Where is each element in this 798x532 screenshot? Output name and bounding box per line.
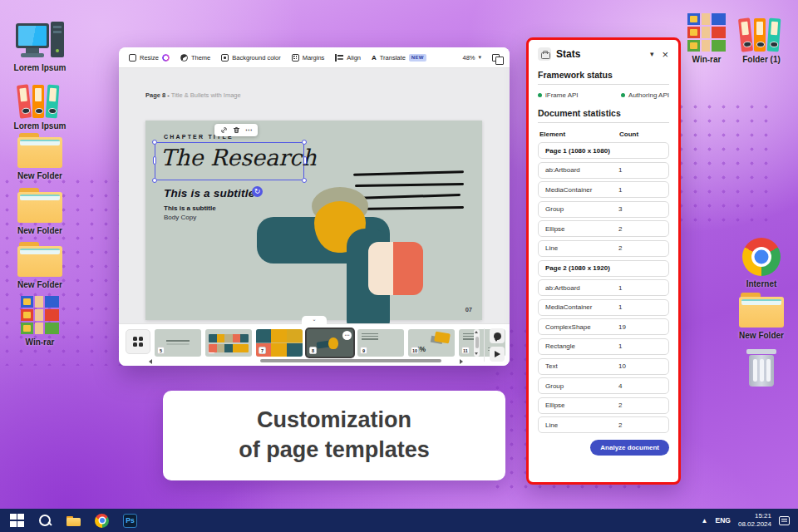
table-row: Group4 <box>538 377 669 394</box>
iframe-api-status: iFrame API <box>538 91 579 99</box>
background-color-button[interactable]: Background color <box>221 54 280 62</box>
selection-handle[interactable] <box>152 178 157 183</box>
table-row: Ellipse2 <box>538 397 669 414</box>
editor-window: Resize Theme Background color Margins Al… <box>119 47 510 366</box>
scroll-right-icon[interactable] <box>460 359 463 364</box>
horizontal-scrollbar[interactable] <box>260 359 441 362</box>
file-explorer-icon[interactable] <box>66 514 81 528</box>
link-icon[interactable] <box>220 126 228 134</box>
align-button[interactable]: Align <box>335 54 361 62</box>
more-options-icon[interactable]: ⋯ <box>245 129 252 132</box>
grid-view-button[interactable] <box>126 329 150 354</box>
resize-icon <box>129 54 136 62</box>
scroll-left-icon[interactable] <box>149 359 152 364</box>
table-row: ComplexShape19 <box>538 318 669 335</box>
taskbar-search-icon[interactable] <box>38 514 52 528</box>
subtitle-text[interactable]: This is a subtitle <box>164 187 254 200</box>
split-card-shape[interactable] <box>368 242 423 295</box>
thumbnail-page-8-selected[interactable]: ⋯ 8 <box>307 329 353 357</box>
comments-button[interactable] <box>490 328 505 343</box>
thumbnail-page-6[interactable]: 6 <box>205 329 252 357</box>
rotate-icon[interactable]: ↻ <box>252 186 263 197</box>
date-label: 08.02.2024 <box>738 520 771 528</box>
trash-icon[interactable] <box>233 126 240 134</box>
resize-button[interactable]: Resize <box>129 54 170 62</box>
framework-status-heading: Framework status <box>538 70 669 80</box>
desktop-icon-new-folder[interactable]: New Folder <box>5 133 75 180</box>
start-button[interactable] <box>10 514 24 528</box>
slide-line-shape[interactable] <box>353 170 464 176</box>
slide[interactable]: CHAPTER TITLE The Research ⋯ This is a s… <box>145 121 482 320</box>
selection-handle[interactable] <box>302 140 307 145</box>
table-row: Line2 <box>538 416 669 433</box>
document-statistics-heading: Document statistics <box>538 108 669 118</box>
analyze-document-button[interactable]: Analyze document <box>590 440 669 456</box>
photoshop-icon[interactable]: Ps <box>123 514 137 528</box>
slide-page-number: 07 <box>466 306 472 313</box>
pages-view-button[interactable] <box>492 54 500 62</box>
selection-handle[interactable] <box>303 156 307 165</box>
caption-card: Customization of page templates <box>163 391 505 480</box>
zoom-control[interactable]: 48% ▾ <box>462 54 481 62</box>
desktop-icon-winrar[interactable]: Win-rar <box>5 296 75 347</box>
binders-icon <box>740 15 783 52</box>
close-icon[interactable]: × <box>661 49 669 60</box>
caption-line-1: Customization <box>257 406 411 436</box>
thumbnail-page-10[interactable]: 53% 10 <box>408 329 455 357</box>
folder-icon <box>17 188 62 223</box>
divider <box>538 122 669 123</box>
addon-icon <box>538 47 551 61</box>
strip-collapse-button[interactable]: ⌄ <box>302 316 327 324</box>
thumbnail-page-9[interactable]: 9 <box>357 329 404 357</box>
present-button[interactable] <box>490 347 505 362</box>
editor-canvas: Page 8 - Title & Bullets with Image CHAP… <box>119 68 510 323</box>
notification-icon[interactable] <box>779 516 790 525</box>
computer-icon <box>16 22 64 60</box>
translate-button[interactable]: A Translate NEW <box>372 54 426 62</box>
binders-icon <box>18 81 62 118</box>
selection-handle[interactable] <box>152 140 157 145</box>
slide-line-shape[interactable] <box>352 194 461 200</box>
desktop-icon-new-folder[interactable]: New Folder <box>5 242 75 289</box>
selection-handle[interactable] <box>153 156 156 165</box>
margins-button[interactable]: Margins <box>292 54 325 62</box>
selection-handle[interactable] <box>302 178 307 183</box>
language-indicator[interactable]: ENG <box>716 516 731 525</box>
align-icon <box>335 54 343 62</box>
slide-title-text[interactable]: The Research <box>160 145 317 170</box>
collapse-panel-icon[interactable]: ▾ <box>648 50 657 58</box>
desktop-icon-folder-1[interactable]: Folder (1) <box>727 15 796 64</box>
tray-expand-icon[interactable]: ▲ <box>702 517 708 525</box>
theme-button[interactable]: Theme <box>180 54 210 62</box>
table-row: Rectangle1 <box>538 338 669 355</box>
margins-icon <box>292 54 299 62</box>
desktop-icon-trash[interactable] <box>727 349 796 387</box>
slide-line-shape[interactable] <box>356 206 464 211</box>
table-header: Element Count <box>539 131 667 138</box>
slide-line-shape[interactable] <box>355 183 464 188</box>
table-row: MediaContainer1 <box>538 181 669 198</box>
winrar-icon <box>21 296 59 334</box>
desktop-icon-internet[interactable]: Internet <box>727 238 796 288</box>
status-dot-icon <box>621 93 625 97</box>
desktop-icon-new-folder[interactable]: New Folder <box>727 293 796 340</box>
play-icon <box>495 351 500 357</box>
clock[interactable]: 15:21 08.02.2024 <box>738 512 771 529</box>
thumbnail-page-7[interactable]: 7 <box>256 329 303 357</box>
desktop-icon-computer[interactable]: Lorem Ipsum <box>5 22 75 72</box>
zoom-level: 48% <box>462 54 475 62</box>
desktop-icon-new-folder[interactable]: New Folder <box>5 188 75 235</box>
vertical-scrollbar[interactable] <box>474 329 480 357</box>
page-label: Page 8 - Title & Bullets with Image <box>145 91 241 99</box>
subtitle-small-text[interactable]: This is a subtitle <box>164 204 216 212</box>
body-copy-text[interactable]: Body Copy <box>164 214 196 221</box>
translate-icon: A <box>372 54 377 62</box>
table-row: Group3 <box>538 201 669 218</box>
thumbnail-page-5[interactable]: 5 <box>155 329 201 357</box>
taskbar-chrome-icon[interactable] <box>95 514 109 528</box>
desktop-icon-binders[interactable]: Lorem Ipsum <box>5 81 75 131</box>
table-row: Ellipse2 <box>538 220 669 237</box>
thumbnail-more-icon[interactable]: ⋯ <box>342 331 352 340</box>
editor-toolbar: Resize Theme Background color Margins Al… <box>119 47 510 68</box>
selection-box[interactable]: The Research <box>155 142 304 180</box>
